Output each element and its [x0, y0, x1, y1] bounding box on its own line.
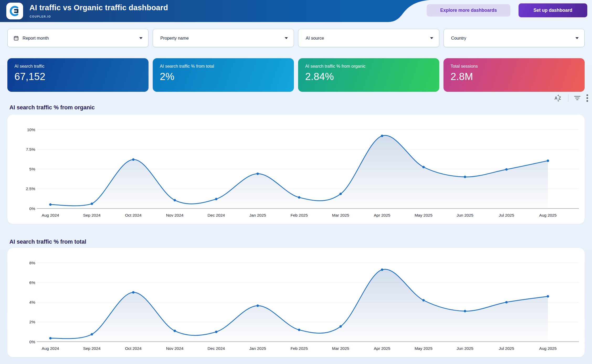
y-tick-label: 8%: [29, 261, 35, 265]
data-point[interactable]: [422, 299, 425, 301]
data-point[interactable]: [422, 166, 425, 168]
chevron-down-icon: [139, 37, 142, 39]
data-point[interactable]: [256, 173, 259, 175]
x-tick-label: Aug 2025: [539, 346, 557, 351]
x-tick-label: Jul 2025: [499, 213, 514, 217]
y-tick-label: 2%: [29, 320, 35, 324]
data-point[interactable]: [547, 159, 549, 162]
kpi-label: AI search traffic % from total: [160, 64, 287, 69]
y-tick-label: 2.5%: [26, 186, 35, 191]
data-point[interactable]: [547, 295, 549, 297]
x-tick-label: Mar 2025: [332, 346, 349, 351]
kpi-card-ai-search-traffic: AI search traffic67,152: [7, 58, 149, 92]
y-tick-label: 4%: [29, 300, 35, 304]
x-tick-label: Nov 2024: [166, 346, 184, 351]
x-tick-label: Aug 2025: [539, 213, 557, 217]
chart-title: AI search traffic % from organic: [9, 104, 95, 111]
chart-card[interactable]: 0%2.5%5%7.5%10%Aug 2024Sep 2024Oct 2024N…: [7, 115, 585, 224]
x-tick-label: Jun 2025: [457, 346, 473, 351]
data-point[interactable]: [215, 198, 217, 200]
y-tick-label: 5%: [29, 167, 35, 171]
chart-canvas: 0%2%4%6%8%Aug 2024Sep 2024Oct 2024Nov 20…: [7, 248, 585, 357]
kpi-label: AI search traffic % from organic: [305, 64, 432, 69]
kpi-card-total-sessions: Total sessions2.8M: [443, 58, 585, 92]
chevron-down-icon: [575, 37, 579, 39]
filter-icon[interactable]: [574, 95, 581, 101]
kpi-value: 2%: [160, 71, 287, 82]
x-tick-label: Aug 2024: [42, 213, 59, 217]
svg-text:Z: Z: [558, 96, 561, 100]
chart-canvas: 0%2.5%5%7.5%10%Aug 2024Sep 2024Oct 2024N…: [7, 115, 585, 224]
chart-title: AI search traffic % from total: [9, 239, 86, 245]
data-point[interactable]: [91, 333, 93, 335]
y-tick-label: 6%: [29, 280, 35, 285]
y-tick-label: 0%: [29, 340, 35, 344]
x-tick-label: Jan 2025: [249, 346, 266, 351]
filter-label: Country: [451, 36, 466, 41]
data-point[interactable]: [49, 337, 51, 339]
x-tick-label: May 2025: [415, 346, 432, 351]
kpi-label: Total sessions: [451, 64, 578, 69]
data-point[interactable]: [381, 135, 383, 137]
filter-dropdown-property-name[interactable]: Property name: [153, 29, 294, 47]
toolbar-divider: [568, 94, 568, 102]
data-point[interactable]: [381, 269, 383, 271]
sort-az-icon[interactable]: A Z: [554, 94, 563, 102]
filter-dropdown-country[interactable]: Country: [443, 29, 585, 47]
filter-label: Property name: [160, 36, 189, 41]
kpi-value: 2.84%: [305, 71, 432, 82]
data-point[interactable]: [339, 325, 342, 328]
x-tick-label: Feb 2025: [290, 346, 308, 351]
data-point[interactable]: [132, 158, 134, 161]
chart-card[interactable]: 0%2%4%6%8%Aug 2024Sep 2024Oct 2024Nov 20…: [7, 248, 585, 357]
filter-label: Report month: [23, 36, 49, 41]
calendar-icon: [13, 35, 19, 41]
x-tick-label: Jan 2025: [249, 213, 266, 217]
dashboard-page: AI traffic vs Organic traffic dashboard …: [0, 0, 592, 364]
kpi-cards: AI search traffic67,152AI search traffic…: [7, 58, 585, 92]
chevron-down-icon: [430, 37, 433, 39]
data-point[interactable]: [215, 331, 217, 333]
kpi-card-ai-search-traffic-from-total: AI search traffic % from total2%: [153, 58, 294, 92]
data-point[interactable]: [464, 310, 466, 312]
x-tick-label: May 2025: [415, 213, 432, 217]
x-tick-label: Nov 2024: [166, 213, 184, 217]
data-point[interactable]: [256, 304, 259, 307]
x-tick-label: Feb 2025: [290, 213, 308, 217]
data-point[interactable]: [298, 329, 300, 331]
data-point[interactable]: [173, 330, 176, 332]
data-point[interactable]: [339, 193, 342, 195]
data-point[interactable]: [173, 199, 176, 201]
data-point[interactable]: [49, 203, 51, 206]
data-point[interactable]: [464, 176, 466, 178]
x-tick-label: Apr 2025: [374, 346, 390, 351]
set-up-dashboard-button[interactable]: Set up dashboard: [519, 3, 587, 17]
x-tick-label: Jun 2025: [457, 213, 473, 217]
x-tick-label: Apr 2025: [374, 213, 390, 217]
x-tick-label: Sep 2024: [83, 346, 101, 351]
kpi-label: AI search traffic: [14, 64, 141, 69]
explore-more-dashboards-button[interactable]: Explore more dashboards: [427, 4, 510, 17]
kpi-card-ai-search-traffic-from-organic: AI search traffic % from organic2.84%: [298, 58, 439, 92]
data-point[interactable]: [298, 196, 300, 199]
filter-label: AI source: [306, 36, 324, 41]
header: AI traffic vs Organic traffic dashboard …: [0, 0, 592, 22]
kpi-value: 2.8M: [451, 71, 578, 82]
x-tick-label: Dec 2024: [208, 213, 225, 217]
chart-toolbar: A Z: [554, 93, 588, 103]
y-tick-label: 10%: [27, 127, 35, 132]
y-tick-label: 7.5%: [26, 147, 35, 152]
y-tick-label: 0%: [29, 206, 35, 211]
x-tick-label: Oct 2024: [125, 213, 142, 217]
chevron-down-icon: [285, 37, 288, 39]
data-point[interactable]: [132, 291, 134, 293]
filter-dropdown-report-month[interactable]: Report month: [7, 29, 149, 47]
brand-label: COUPLER.IO: [30, 15, 51, 18]
data-point[interactable]: [505, 301, 508, 303]
data-point[interactable]: [505, 168, 508, 170]
x-tick-label: Dec 2024: [208, 346, 225, 351]
data-point[interactable]: [91, 202, 93, 205]
more-vertical-icon[interactable]: [586, 94, 588, 102]
coupler-logo-icon: [9, 6, 20, 16]
filter-dropdown-ai-source[interactable]: AI source: [298, 29, 439, 47]
